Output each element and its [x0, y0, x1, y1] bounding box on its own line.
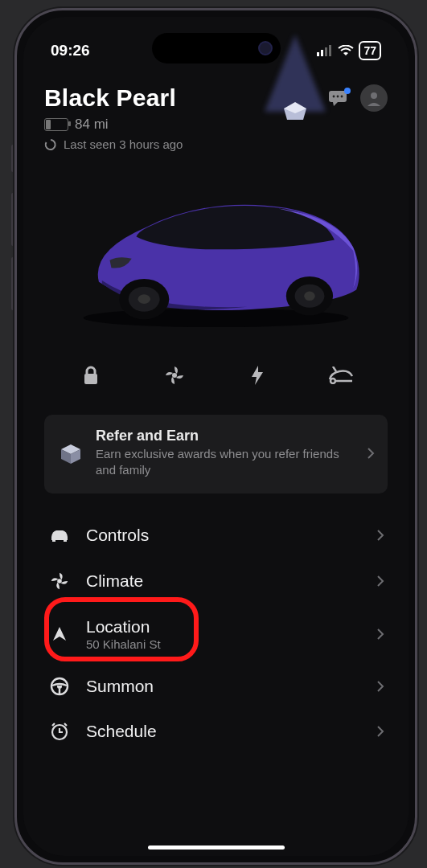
profile-button[interactable]	[360, 84, 388, 112]
svg-rect-1	[321, 50, 323, 56]
chevron-right-icon	[376, 575, 384, 588]
battery-level-icon	[44, 118, 68, 131]
refresh-icon	[44, 138, 57, 151]
menu-item-label: Summon	[86, 677, 362, 696]
dynamic-island	[152, 33, 281, 63]
cube-icon	[57, 440, 84, 467]
steering-wheel-icon	[47, 677, 72, 696]
alarm-clock-icon	[47, 722, 72, 741]
fan-button[interactable]	[150, 358, 199, 392]
charge-button[interactable]	[233, 358, 281, 392]
last-seen-label: Last seen 3 hours ago	[64, 137, 183, 151]
svg-rect-2	[325, 47, 327, 56]
messages-button[interactable]	[328, 89, 349, 107]
car-icon	[47, 527, 72, 543]
status-time: 09:26	[51, 42, 90, 59]
screen: 09:26 77	[23, 17, 409, 856]
svg-point-10	[341, 96, 343, 98]
home-indicator[interactable]	[148, 845, 285, 850]
menu-list: Controls Climate	[44, 513, 388, 754]
chevron-right-icon	[376, 680, 384, 693]
menu-item-climate[interactable]: Climate	[44, 558, 388, 604]
cellular-icon	[317, 45, 333, 56]
menu-item-label: Climate	[86, 571, 362, 591]
svg-marker-29	[53, 627, 66, 641]
vehicle-image	[44, 162, 388, 339]
menu-item-label: Schedule	[86, 722, 362, 741]
menu-item-label: Controls	[86, 526, 362, 545]
frunk-button[interactable]	[317, 358, 365, 392]
svg-rect-27	[64, 539, 67, 542]
svg-rect-0	[317, 52, 319, 56]
menu-item-schedule[interactable]: Schedule	[44, 709, 388, 754]
chevron-right-icon	[367, 447, 375, 460]
svg-point-15	[138, 294, 150, 304]
refer-card-subtitle: Earn exclusive awards when you refer fri…	[96, 446, 355, 479]
menu-item-location[interactable]: Location 50 Kihalani St	[44, 604, 388, 664]
chevron-right-icon	[376, 725, 384, 738]
svg-point-11	[371, 92, 377, 99]
lock-button[interactable]	[67, 358, 115, 392]
refer-card[interactable]: Refer and Earn Earn exclusive awards whe…	[44, 415, 388, 493]
fan-icon	[47, 571, 72, 592]
quick-actions	[44, 358, 388, 392]
status-battery: 77	[359, 41, 381, 60]
menu-item-label: Location	[86, 617, 362, 637]
range-label: 84 mi	[75, 117, 109, 133]
chevron-right-icon	[376, 628, 384, 641]
menu-item-controls[interactable]: Controls	[44, 513, 388, 558]
refer-card-title: Refer and Earn	[96, 428, 355, 444]
svg-point-9	[337, 96, 339, 98]
svg-rect-3	[329, 45, 331, 56]
notification-dot	[344, 88, 351, 94]
svg-marker-7	[333, 102, 338, 106]
menu-item-sublabel: 50 Kihalani St	[86, 637, 362, 651]
location-arrow-icon	[47, 625, 72, 643]
menu-item-summon[interactable]: Summon	[44, 664, 388, 709]
svg-point-18	[304, 291, 315, 301]
chevron-right-icon	[376, 529, 384, 542]
svg-marker-21	[252, 366, 263, 385]
svg-point-22	[331, 379, 335, 383]
wifi-icon	[338, 45, 354, 56]
svg-point-20	[172, 373, 177, 378]
svg-rect-19	[84, 374, 97, 384]
svg-point-28	[57, 579, 62, 583]
svg-point-8	[333, 96, 335, 98]
svg-rect-26	[52, 539, 55, 542]
